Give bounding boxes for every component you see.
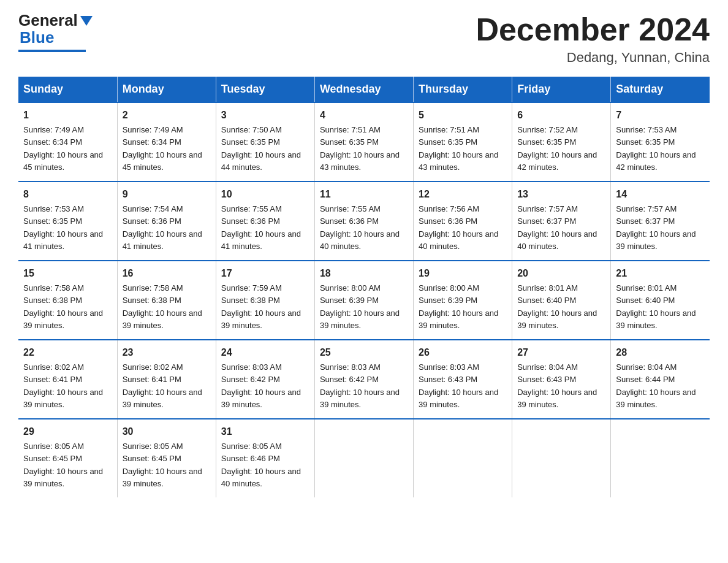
day-number: 24	[221, 345, 309, 360]
calendar-week-row: 8Sunrise: 7:53 AMSunset: 6:35 PMDaylight…	[18, 182, 710, 261]
day-info: Sunrise: 7:56 AMSunset: 6:36 PMDaylight:…	[419, 204, 498, 251]
day-number: 20	[517, 266, 605, 281]
calendar-cell: 24Sunrise: 8:03 AMSunset: 6:42 PMDayligh…	[216, 340, 314, 419]
calendar-cell: 28Sunrise: 8:04 AMSunset: 6:44 PMDayligh…	[611, 340, 710, 419]
day-info: Sunrise: 8:00 AMSunset: 6:39 PMDaylight:…	[419, 283, 498, 330]
calendar-cell	[414, 419, 512, 497]
day-number: 8	[23, 187, 112, 202]
day-info: Sunrise: 8:05 AMSunset: 6:45 PMDaylight:…	[23, 442, 103, 488]
day-number: 23	[123, 345, 211, 360]
title-area: December 2024 Dedang, Yunnan, China	[476, 12, 710, 66]
day-number: 5	[419, 108, 507, 123]
calendar-cell: 23Sunrise: 8:02 AMSunset: 6:41 PMDayligh…	[117, 340, 216, 419]
day-number: 3	[221, 108, 309, 123]
calendar-cell	[314, 419, 413, 497]
day-info: Sunrise: 7:50 AMSunset: 6:35 PMDaylight:…	[221, 125, 301, 172]
day-info: Sunrise: 8:02 AMSunset: 6:41 PMDaylight:…	[23, 362, 103, 409]
day-number: 30	[123, 424, 211, 439]
day-number: 6	[517, 108, 605, 123]
calendar-cell: 5Sunrise: 7:51 AMSunset: 6:35 PMDaylight…	[414, 102, 512, 182]
calendar-cell: 11Sunrise: 7:55 AMSunset: 6:36 PMDayligh…	[314, 182, 413, 261]
day-number: 10	[221, 187, 309, 202]
calendar-table: SundayMondayTuesdayWednesdayThursdayFrid…	[18, 77, 710, 497]
calendar-cell	[611, 419, 710, 497]
day-info: Sunrise: 7:54 AMSunset: 6:36 PMDaylight:…	[123, 204, 202, 251]
day-number: 13	[517, 187, 605, 202]
day-info: Sunrise: 7:58 AMSunset: 6:38 PMDaylight:…	[123, 283, 202, 330]
day-number: 14	[616, 187, 705, 202]
day-info: Sunrise: 7:49 AMSunset: 6:34 PMDaylight:…	[23, 125, 103, 172]
calendar-cell: 10Sunrise: 7:55 AMSunset: 6:36 PMDayligh…	[216, 182, 314, 261]
logo-blue-text: Blue	[20, 28, 54, 47]
calendar-header-sunday: Sunday	[18, 77, 117, 102]
day-number: 26	[419, 345, 507, 360]
day-info: Sunrise: 8:01 AMSunset: 6:40 PMDaylight:…	[616, 283, 696, 330]
calendar-header-friday: Friday	[512, 77, 611, 102]
calendar-cell: 1Sunrise: 7:49 AMSunset: 6:34 PMDaylight…	[18, 102, 117, 182]
day-number: 22	[23, 345, 112, 360]
day-number: 11	[320, 187, 408, 202]
day-info: Sunrise: 7:49 AMSunset: 6:34 PMDaylight:…	[123, 125, 202, 172]
day-number: 29	[23, 424, 112, 439]
day-info: Sunrise: 8:03 AMSunset: 6:43 PMDaylight:…	[419, 362, 498, 409]
day-info: Sunrise: 7:55 AMSunset: 6:36 PMDaylight:…	[320, 204, 400, 251]
day-number: 15	[23, 266, 112, 281]
logo-general-text: General	[18, 12, 78, 28]
calendar-week-row: 1Sunrise: 7:49 AMSunset: 6:34 PMDaylight…	[18, 102, 710, 182]
day-number: 17	[221, 266, 309, 281]
calendar-cell: 6Sunrise: 7:52 AMSunset: 6:35 PMDaylight…	[512, 102, 611, 182]
calendar-cell: 7Sunrise: 7:53 AMSunset: 6:35 PMDaylight…	[611, 102, 710, 182]
day-number: 31	[221, 424, 309, 439]
day-info: Sunrise: 8:03 AMSunset: 6:42 PMDaylight:…	[320, 362, 400, 409]
day-number: 12	[419, 187, 507, 202]
calendar-header-row: SundayMondayTuesdayWednesdayThursdayFrid…	[18, 77, 710, 102]
logo: General Blue	[18, 12, 93, 52]
day-info: Sunrise: 8:01 AMSunset: 6:40 PMDaylight:…	[517, 283, 597, 330]
day-number: 2	[123, 108, 211, 123]
day-info: Sunrise: 8:02 AMSunset: 6:41 PMDaylight:…	[123, 362, 202, 409]
calendar-cell: 14Sunrise: 7:57 AMSunset: 6:37 PMDayligh…	[611, 182, 710, 261]
calendar-cell: 29Sunrise: 8:05 AMSunset: 6:45 PMDayligh…	[18, 419, 117, 497]
calendar-cell: 2Sunrise: 7:49 AMSunset: 6:34 PMDaylight…	[117, 102, 216, 182]
calendar-cell: 18Sunrise: 8:00 AMSunset: 6:39 PMDayligh…	[314, 261, 413, 340]
day-number: 18	[320, 266, 408, 281]
day-info: Sunrise: 7:55 AMSunset: 6:36 PMDaylight:…	[221, 204, 301, 251]
day-info: Sunrise: 8:04 AMSunset: 6:43 PMDaylight:…	[517, 362, 597, 409]
calendar-cell: 15Sunrise: 7:58 AMSunset: 6:38 PMDayligh…	[18, 261, 117, 340]
page-header: General Blue December 2024 Dedang, Yunna…	[18, 12, 710, 66]
calendar-cell: 4Sunrise: 7:51 AMSunset: 6:35 PMDaylight…	[314, 102, 413, 182]
calendar-header-saturday: Saturday	[611, 77, 710, 102]
logo-underline	[18, 50, 86, 52]
day-info: Sunrise: 7:51 AMSunset: 6:35 PMDaylight:…	[419, 125, 498, 172]
calendar-cell: 30Sunrise: 8:05 AMSunset: 6:45 PMDayligh…	[117, 419, 216, 497]
day-info: Sunrise: 7:53 AMSunset: 6:35 PMDaylight:…	[616, 125, 696, 172]
calendar-cell: 26Sunrise: 8:03 AMSunset: 6:43 PMDayligh…	[414, 340, 512, 419]
day-info: Sunrise: 7:52 AMSunset: 6:35 PMDaylight:…	[517, 125, 597, 172]
day-info: Sunrise: 7:57 AMSunset: 6:37 PMDaylight:…	[616, 204, 696, 251]
day-number: 4	[320, 108, 408, 123]
day-info: Sunrise: 7:59 AMSunset: 6:38 PMDaylight:…	[221, 283, 301, 330]
calendar-cell: 3Sunrise: 7:50 AMSunset: 6:35 PMDaylight…	[216, 102, 314, 182]
calendar-cell: 21Sunrise: 8:01 AMSunset: 6:40 PMDayligh…	[611, 261, 710, 340]
calendar-cell: 17Sunrise: 7:59 AMSunset: 6:38 PMDayligh…	[216, 261, 314, 340]
calendar-header-monday: Monday	[117, 77, 216, 102]
day-info: Sunrise: 8:04 AMSunset: 6:44 PMDaylight:…	[616, 362, 696, 409]
page-title: December 2024	[476, 12, 710, 47]
day-number: 21	[616, 266, 705, 281]
day-info: Sunrise: 8:05 AMSunset: 6:45 PMDaylight:…	[123, 442, 202, 488]
calendar-cell: 19Sunrise: 8:00 AMSunset: 6:39 PMDayligh…	[414, 261, 512, 340]
day-number: 25	[320, 345, 408, 360]
calendar-cell	[512, 419, 611, 497]
calendar-cell: 8Sunrise: 7:53 AMSunset: 6:35 PMDaylight…	[18, 182, 117, 261]
day-info: Sunrise: 8:05 AMSunset: 6:46 PMDaylight:…	[221, 442, 301, 488]
day-info: Sunrise: 7:51 AMSunset: 6:35 PMDaylight:…	[320, 125, 400, 172]
day-number: 28	[616, 345, 705, 360]
calendar-cell: 9Sunrise: 7:54 AMSunset: 6:36 PMDaylight…	[117, 182, 216, 261]
calendar-header-thursday: Thursday	[414, 77, 512, 102]
day-info: Sunrise: 7:58 AMSunset: 6:38 PMDaylight:…	[23, 283, 103, 330]
calendar-header-wednesday: Wednesday	[314, 77, 413, 102]
page-subtitle: Dedang, Yunnan, China	[476, 50, 710, 66]
calendar-cell: 22Sunrise: 8:02 AMSunset: 6:41 PMDayligh…	[18, 340, 117, 419]
calendar-cell: 31Sunrise: 8:05 AMSunset: 6:46 PMDayligh…	[216, 419, 314, 497]
day-number: 1	[23, 108, 112, 123]
